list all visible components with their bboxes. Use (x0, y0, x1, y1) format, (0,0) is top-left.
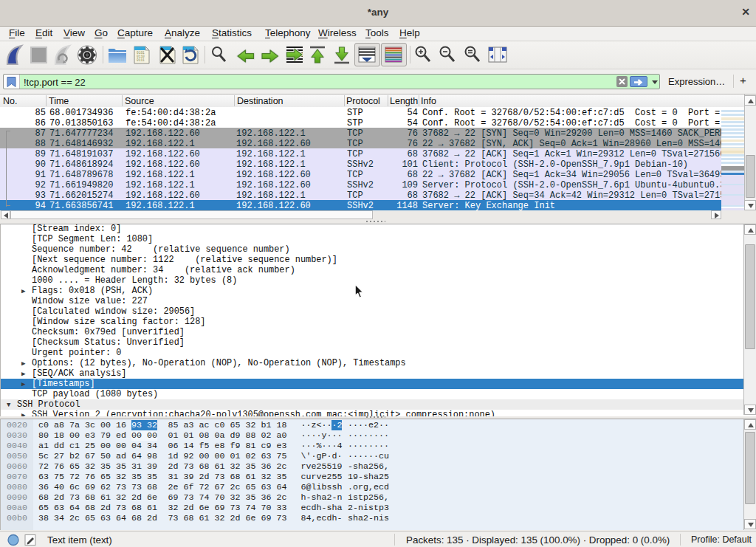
svg-text:0111: 0111 (137, 58, 145, 62)
